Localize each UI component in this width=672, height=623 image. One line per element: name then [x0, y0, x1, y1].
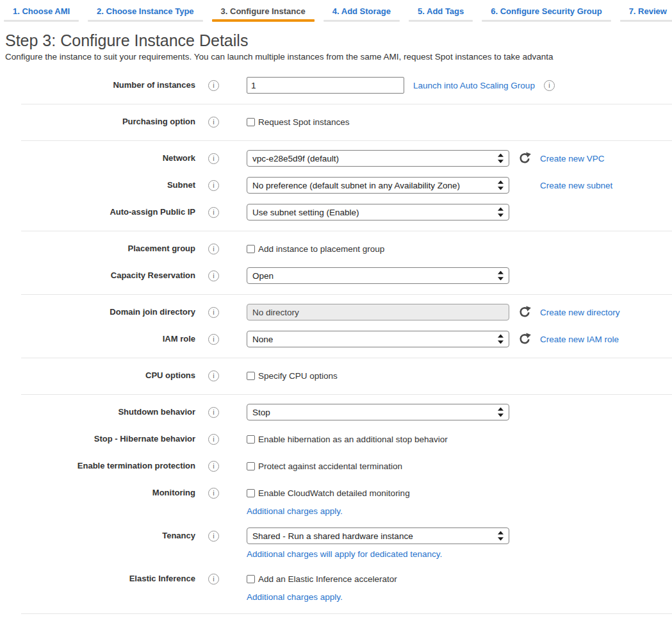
monitoring-checkbox[interactable] — [247, 489, 255, 497]
refresh-icon[interactable] — [518, 333, 531, 345]
info-icon[interactable]: i — [208, 488, 219, 499]
form-section-8: Credit specificationiUnlimited — [21, 614, 672, 623]
info-icon[interactable]: i — [208, 307, 219, 318]
field-label-purchasing-option: Purchasing option — [21, 113, 195, 130]
domain-join-directory-select-value: No directory — [252, 308, 299, 317]
tenancy-select[interactable]: Shared - Run a shared hardware instance — [247, 527, 509, 544]
field-row-cpu-options: CPU optionsiSpecify CPU options — [21, 367, 672, 384]
purchasing-option-checkbox[interactable] — [247, 118, 255, 126]
field-row-capacity-reservation: Capacity ReservationiOpen — [21, 267, 672, 284]
info-icon[interactable]: i — [208, 334, 219, 345]
iam-role-link[interactable]: Create new IAM role — [540, 335, 619, 344]
domain-join-directory-select: No directory — [247, 304, 509, 320]
instance-details-form: Number of instancesiLaunch into Auto Sca… — [0, 68, 672, 623]
elastic-inference-checkbox[interactable] — [247, 575, 255, 583]
field-row-stop-hibernate-behavior: Stop - Hibernate behavioriEnable hiberna… — [21, 431, 672, 447]
field-label-capacity-reservation: Capacity Reservation — [21, 267, 195, 284]
field-row-auto-assign-public-ip: Auto-assign Public IPiUse subnet setting… — [21, 204, 672, 220]
field-row-subnet: SubnetiNo preference (default subnet in … — [21, 177, 672, 194]
stop-hibernate-behavior-checkbox[interactable] — [247, 435, 255, 444]
tab-underline-bar — [482, 20, 611, 22]
subnet-link[interactable]: Create new subnet — [540, 181, 612, 190]
tab-step-3[interactable]: 3. Configure Instance — [212, 5, 315, 22]
tab-label: 7. Review — [620, 5, 672, 16]
field-label-number-of-instances: Number of instances — [21, 77, 195, 94]
info-icon[interactable]: i — [208, 80, 219, 91]
field-label-network: Network — [21, 150, 195, 167]
form-section-6: CPU optionsiSpecify CPU options — [21, 358, 672, 395]
tab-underline-bar — [324, 20, 400, 22]
info-icon[interactable]: i — [208, 407, 219, 418]
cpu-options-checkbox-label: Specify CPU options — [258, 371, 338, 381]
field-label-enable-termination-protection: Enable termination protection — [21, 458, 195, 474]
field-label-subnet: Subnet — [21, 177, 195, 194]
tab-label: 1. Choose AMI — [4, 5, 79, 16]
info-icon[interactable]: i — [208, 574, 219, 585]
info-icon[interactable]: i — [208, 370, 219, 381]
tenancy-select-value: Shared - Run a shared hardware instance — [252, 531, 413, 541]
select-arrows-icon — [497, 208, 504, 217]
placement-group-checkbox[interactable] — [247, 245, 255, 253]
tab-step-7[interactable]: 7. Review — [620, 5, 672, 22]
info-icon[interactable]: i — [208, 117, 219, 128]
iam-role-select[interactable]: None — [247, 331, 509, 347]
capacity-reservation-select-value: Open — [252, 271, 274, 281]
elastic-inference-checkbox-label: Add an Elastic Inference accelerator — [258, 574, 397, 584]
field-label-placement-group: Placement group — [21, 240, 195, 257]
subnet-select[interactable]: No preference (default subnet in any Ava… — [247, 177, 509, 194]
form-section-2: Purchasing optioniRequest Spot instances — [21, 104, 672, 141]
refresh-icon[interactable] — [518, 152, 531, 165]
field-label-cpu-options: CPU options — [21, 367, 195, 384]
info-icon[interactable]: i — [208, 244, 219, 254]
wizard-tabs: 1. Choose AMI2. Choose Instance Type3. C… — [0, 0, 672, 22]
tenancy-charges-link[interactable]: Additional charges will apply for dedica… — [247, 549, 442, 559]
info-icon[interactable]: i — [208, 207, 219, 218]
form-section-4: Placement groupiAdd instance to placemen… — [21, 231, 672, 295]
network-select[interactable]: vpc-e28e5d9f (default) — [247, 150, 509, 167]
info-icon[interactable]: i — [208, 434, 219, 445]
shutdown-behavior-select[interactable]: Stop — [247, 404, 509, 420]
network-link[interactable]: Create new VPC — [540, 154, 605, 163]
elastic-inference-checkbox-field: Add an Elastic Inference accelerator — [247, 574, 397, 584]
field-row-iam-role: IAM roleiNoneCreate new IAM role — [21, 331, 672, 347]
tab-label: 6. Configure Security Group — [482, 5, 611, 16]
domain-join-directory-link[interactable]: Create new directory — [540, 308, 620, 317]
info-icon[interactable]: i — [208, 180, 219, 191]
select-arrows-icon — [497, 531, 504, 541]
elastic-inference-charges-link[interactable]: Additional charges apply. — [247, 592, 343, 602]
tab-step-1[interactable]: 1. Choose AMI — [4, 5, 79, 22]
tab-step-2[interactable]: 2. Choose Instance Type — [88, 5, 202, 22]
cpu-options-checkbox[interactable] — [247, 372, 255, 380]
number-of-instances-link[interactable]: Launch into Auto Scaling Group — [413, 81, 535, 90]
tab-label: 3. Configure Instance — [212, 5, 315, 16]
field-row-placement-group: Placement groupiAdd instance to placemen… — [21, 240, 672, 257]
info-icon[interactable]: i — [208, 270, 219, 281]
auto-assign-public-ip-select[interactable]: Use subnet setting (Enable) — [247, 204, 509, 220]
info-icon[interactable]: i — [208, 461, 219, 472]
field-row-shutdown-behavior: Shutdown behavioriStop — [21, 404, 672, 420]
monitoring-charges-link[interactable]: Additional charges apply. — [247, 506, 343, 516]
info-icon[interactable]: i — [544, 80, 555, 91]
tab-label: 5. Add Tags — [409, 5, 473, 16]
field-label-tenancy: Tenancy — [21, 527, 195, 544]
enable-termination-protection-checkbox[interactable] — [247, 462, 255, 470]
select-arrows-icon — [497, 408, 504, 417]
field-label-monitoring: Monitoring — [21, 485, 195, 501]
tab-step-5[interactable]: 5. Add Tags — [409, 5, 473, 22]
tab-underline-bar — [4, 20, 79, 22]
info-icon[interactable]: i — [208, 531, 219, 542]
placement-group-checkbox-field: Add instance to placement group — [247, 244, 384, 254]
field-row-tenancy: TenancyiShared - Run a shared hardware i… — [21, 527, 672, 560]
iam-role-select-value: None — [252, 335, 273, 344]
info-icon[interactable]: i — [208, 153, 219, 164]
tab-step-6[interactable]: 6. Configure Security Group — [482, 5, 611, 22]
refresh-icon[interactable] — [518, 306, 531, 319]
capacity-reservation-select[interactable]: Open — [247, 267, 509, 284]
field-label-domain-join-directory: Domain join directory — [21, 304, 195, 320]
page-subtitle: Configure the instance to suit your requ… — [5, 52, 672, 62]
number-of-instances-input[interactable] — [247, 77, 404, 94]
tab-step-4[interactable]: 4. Add Storage — [324, 5, 400, 22]
field-row-enable-termination-protection: Enable termination protectioniProtect ag… — [21, 458, 672, 474]
cpu-options-checkbox-field: Specify CPU options — [247, 371, 338, 381]
stop-hibernate-behavior-checkbox-label: Enable hibernation as an additional stop… — [258, 435, 448, 444]
